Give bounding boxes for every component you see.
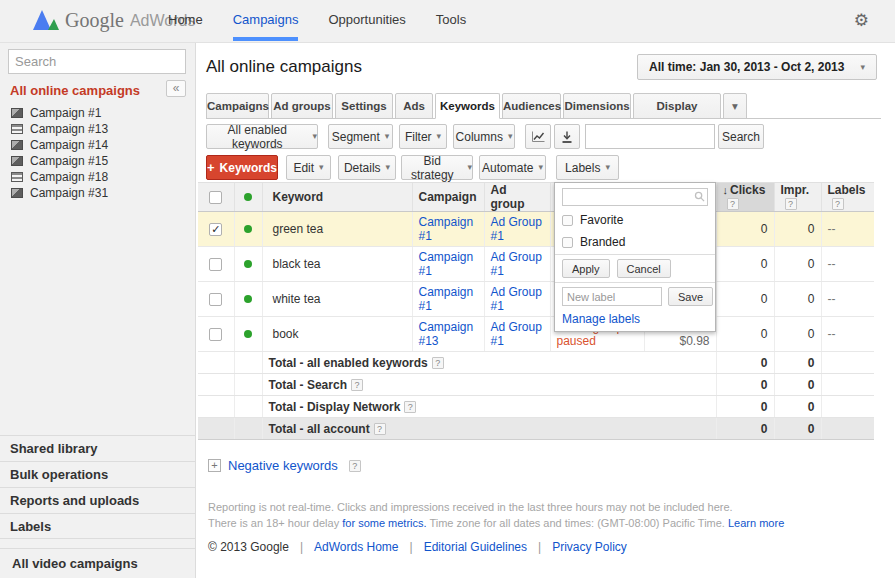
ad-group-link[interactable]: Ad Group #1 [491, 250, 542, 278]
sidebar-item-campaign-31[interactable]: Campaign #31 [11, 185, 191, 201]
sidebar-all-online-campaigns[interactable]: All online campaigns [10, 83, 140, 98]
select-all-checkbox[interactable] [209, 191, 222, 204]
help-icon[interactable]: ? [727, 198, 739, 210]
campaign-folder-icon [11, 156, 23, 166]
labels-search-input[interactable] [562, 188, 708, 206]
col-header-keyword[interactable]: Keyword [262, 183, 412, 212]
nav-home[interactable]: Home [168, 0, 203, 43]
label-option-favorite[interactable]: Favorite [562, 212, 708, 228]
ad-group-link[interactable]: Ad Group #1 [491, 215, 542, 243]
row-checkbox[interactable] [209, 258, 222, 271]
tab-ad-groups[interactable]: Ad groups [271, 93, 333, 119]
sidebar-item-campaign-18[interactable]: Campaign #18 [11, 169, 191, 185]
help-icon[interactable]: ? [432, 357, 444, 369]
keyword-cell: black tea [262, 247, 412, 282]
download-button[interactable] [554, 124, 580, 149]
help-icon[interactable]: ? [349, 460, 361, 472]
campaign-link[interactable]: Campaign #13 [419, 320, 474, 348]
sidebar-item-campaign-1[interactable]: Campaign #1 [11, 105, 191, 121]
sidebar-search-input[interactable] [9, 54, 197, 69]
sidebar-item-shared-library[interactable]: Shared library [0, 435, 195, 461]
details-label: Details [344, 161, 381, 175]
search-button[interactable]: Search [718, 124, 764, 149]
save-button[interactable]: Save [668, 287, 713, 306]
nav-tools[interactable]: Tools [436, 0, 466, 43]
impr-cell: 0 [774, 247, 821, 282]
label-option-branded[interactable]: Branded [562, 234, 708, 250]
labels-button[interactable]: Labels ▾ [556, 155, 619, 180]
sidebar-item-labels[interactable]: Labels [0, 513, 195, 539]
tab-audiences[interactable]: Audiences [502, 93, 561, 119]
gear-icon[interactable]: ⚙ [854, 10, 869, 31]
help-icon[interactable]: ? [785, 198, 797, 210]
keyword-search-input[interactable] [585, 124, 715, 149]
apply-button[interactable]: Apply [562, 259, 610, 278]
filter-button[interactable]: Filter ▾ [399, 124, 447, 149]
col-header-clicks[interactable]: ↓Clicks? [716, 183, 774, 212]
details-button[interactable]: Details ▾ [338, 155, 396, 180]
col-header-labels[interactable]: Labels? [821, 183, 874, 212]
favorite-checkbox[interactable] [562, 215, 573, 226]
status-column-header[interactable] [234, 183, 262, 212]
sidebar-item-reports-and-uploads[interactable]: Reports and uploads [0, 487, 195, 513]
manage-labels-link[interactable]: Manage labels [555, 310, 715, 331]
ad-group-link[interactable]: Ad Group #1 [491, 285, 542, 313]
select-all-header[interactable] [198, 183, 234, 212]
branded-checkbox[interactable] [562, 237, 573, 248]
learn-more-link[interactable]: Learn more [728, 517, 784, 529]
bid-strategy-button[interactable]: Bid strategy ▾ [401, 155, 473, 180]
sidebar-sections: Shared library Bulk operations Reports a… [0, 435, 195, 539]
columns-button[interactable]: Columns ▾ [453, 124, 515, 149]
negative-keywords-link[interactable]: Negative keywords [228, 458, 338, 473]
segment-button[interactable]: Segment ▾ [328, 124, 393, 149]
tab-bar: Campaigns Ad groups Settings Ads Keyword… [206, 93, 881, 119]
sidebar-item-campaign-13[interactable]: Campaign #13 [11, 121, 191, 137]
nav-opportunities[interactable]: Opportunities [328, 0, 405, 43]
help-icon[interactable]: ? [832, 198, 844, 210]
ad-group-link[interactable]: Ad Group #1 [491, 320, 542, 348]
row-checkbox[interactable]: ✓ [209, 223, 222, 236]
col-header-campaign[interactable]: Campaign [412, 183, 484, 212]
cancel-button[interactable]: Cancel [617, 259, 671, 278]
sidebar-item-campaign-14[interactable]: Campaign #14 [11, 137, 191, 153]
tab-keywords[interactable]: Keywords [435, 93, 500, 119]
tab-dimensions[interactable]: Dimensions [563, 93, 631, 119]
privacy-policy-link[interactable]: Privacy Policy [552, 540, 627, 554]
tab-campaigns[interactable]: Campaigns [206, 93, 269, 119]
sidebar-item-bulk-operations[interactable]: Bulk operations [0, 461, 195, 487]
add-keywords-button[interactable]: + Keywords [206, 155, 278, 180]
automate-button[interactable]: Automate ▾ [479, 155, 546, 180]
tab-display-network[interactable]: Display Network [633, 93, 721, 119]
help-icon[interactable]: ? [404, 401, 416, 413]
tab-more-button[interactable]: ▾ [723, 93, 747, 119]
editorial-guidelines-link[interactable]: Editorial Guidelines [424, 540, 527, 554]
help-icon[interactable]: ? [351, 379, 363, 391]
edit-button[interactable]: Edit ▾ [286, 155, 331, 180]
filter-label: Filter [405, 130, 432, 144]
top-navigation: Home Campaigns Opportunities Tools [168, 0, 496, 43]
tab-ads[interactable]: Ads [395, 93, 433, 119]
campaign-link[interactable]: Campaign #1 [419, 285, 474, 313]
view-filter-label: All enabled keywords [207, 123, 307, 151]
some-metrics-link[interactable]: for some metrics. [342, 517, 426, 529]
sidebar-item-campaign-15[interactable]: Campaign #15 [11, 153, 191, 169]
row-checkbox[interactable] [209, 293, 222, 306]
col-header-ad-group[interactable]: Ad group [484, 183, 550, 212]
view-filter-button[interactable]: All enabled keywords ▾ [206, 124, 318, 149]
labels-label: Labels [565, 161, 600, 175]
expand-icon[interactable]: + [208, 459, 221, 472]
campaign-link[interactable]: Campaign #1 [419, 250, 474, 278]
sidebar-collapse-button[interactable]: « [166, 80, 186, 97]
sort-desc-icon: ↓ [723, 184, 729, 196]
help-icon[interactable]: ? [374, 423, 386, 435]
col-header-impr[interactable]: Impr.? [774, 183, 821, 212]
adwords-home-link[interactable]: AdWords Home [314, 540, 398, 554]
row-checkbox[interactable] [209, 328, 222, 341]
tab-settings[interactable]: Settings [335, 93, 393, 119]
sidebar-item-all-video-campaigns[interactable]: All video campaigns [0, 548, 195, 578]
date-range-button[interactable]: All time: Jan 30, 2013 - Oct 2, 2013 ▾ [637, 54, 877, 80]
chart-button[interactable] [525, 124, 551, 149]
campaign-link[interactable]: Campaign #1 [419, 215, 474, 243]
nav-campaigns[interactable]: Campaigns [233, 0, 299, 43]
new-label-input[interactable] [562, 287, 662, 306]
